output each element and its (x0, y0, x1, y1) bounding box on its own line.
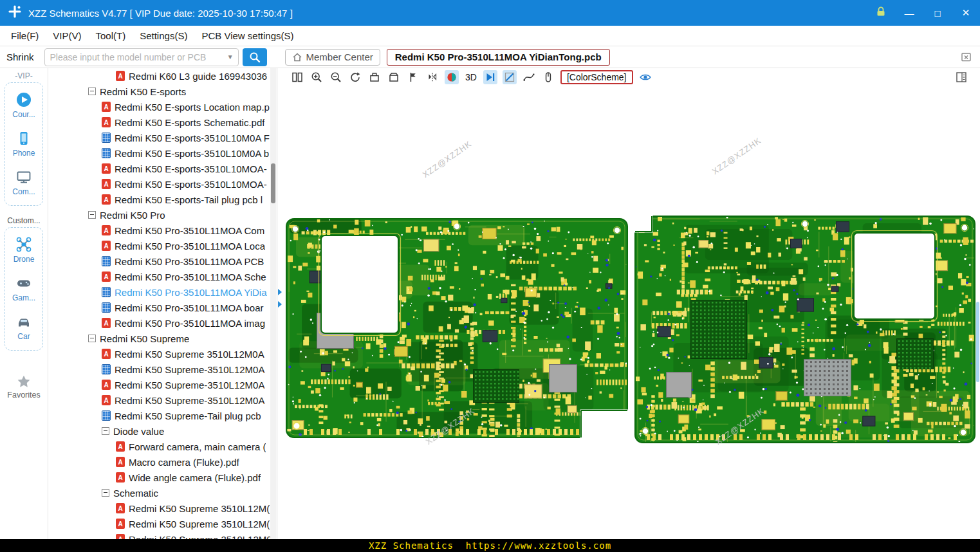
pcb-canvas-area[interactable]: XZZ@XZZHK XZZ@XZZHK XZZ@XZZHK XZZ@XZZHK (277, 86, 980, 539)
next-step-icon[interactable] (483, 70, 497, 84)
search-input[interactable] (45, 52, 227, 62)
tree-item-label: Redmi K50 E-sports Location map.p (115, 102, 270, 113)
tree-file-row[interactable]: Redmi K50 Pro-3510L11MOA YiDia (48, 284, 270, 300)
color-scheme-button[interactable]: [ColorScheme] (560, 70, 633, 84)
panel-layout-icon[interactable] (954, 70, 968, 84)
pcb-board-render[interactable] (281, 210, 976, 449)
member-center-button[interactable]: Member Center (285, 49, 380, 66)
menu-item-filef[interactable]: File(F) (4, 30, 46, 41)
collapse-minus-icon[interactable] (102, 489, 109, 497)
tree-group-row[interactable]: Redmi K50 E-sports (48, 84, 270, 99)
tree-item-label: Redmi K50 Pro-3510L11MOA YiDia (115, 287, 267, 298)
sidebar-item-computer[interactable]: Com... (12, 169, 35, 196)
tree-item-label: Redmi K50 Supreme 3510L12M( (129, 503, 270, 514)
collapse-minus-icon[interactable] (102, 427, 109, 435)
menu-item-settingss[interactable]: Settings(S) (133, 30, 194, 41)
curve-tool-icon[interactable] (522, 70, 536, 84)
tree-file-row[interactable]: ARedmi K50 Pro-3510L11MOA Loca (48, 238, 270, 253)
tree-scrollbar-thumb[interactable] (271, 163, 275, 203)
model-search-box[interactable]: ▼ (44, 48, 239, 66)
tree-group-row[interactable]: Schematic (48, 485, 270, 501)
eye-visibility-icon[interactable] (638, 70, 652, 84)
pdf-file-icon: A (102, 225, 111, 235)
tree-file-row[interactable]: Redmi K50 Pro-3510L11MOA PCB (48, 253, 270, 269)
tree-group-row[interactable]: Diode value (48, 423, 270, 439)
tree-file-row[interactable]: Redmi K50 Supreme-3510L12M0A (48, 362, 270, 377)
vip-header: -VIP- (15, 71, 32, 80)
viewer-scrollbar[interactable] (976, 302, 979, 382)
collapse-minus-icon[interactable] (88, 211, 96, 219)
tree-file-row[interactable]: ARedmi K50 Pro-3510L11MOA imag (48, 315, 270, 331)
export-box-icon[interactable] (367, 70, 382, 84)
zoom-in-icon[interactable] (310, 70, 324, 84)
diode-color-icon[interactable] (445, 70, 459, 84)
pdf-file-icon: A (102, 117, 111, 127)
status-bar: XZZ Schematics https://www.xzztools.com (0, 539, 980, 552)
tree-file-row[interactable]: AForward camera, main camera ( (48, 439, 270, 454)
menu-item-toolt[interactable]: Tool(T) (89, 30, 133, 41)
tree-file-row[interactable]: ARedmi K50 Pro-3510L11MOA Com (48, 223, 270, 238)
sidebar-item-course[interactable]: Cour... (12, 91, 35, 119)
panel-collapse-handle[interactable] (278, 289, 282, 308)
maximize-button[interactable]: □ (931, 8, 944, 19)
collapse-minus-icon[interactable] (88, 87, 96, 95)
tree-file-row[interactable]: ARedmi K50 E-sports Location map.p (48, 99, 270, 115)
tree-file-row[interactable]: Redmi K50 Pro-3510L11MOA boar (48, 300, 270, 315)
menu-item-pcbviewsettingss[interactable]: PCB View settings(S) (194, 30, 300, 41)
sidebar-item-label: Gam... (12, 293, 35, 302)
tree-file-row[interactable]: ARedmi K50 Pro-3510L11MOA Sche (48, 269, 270, 284)
close-view-icon[interactable] (960, 51, 972, 63)
tree-file-row[interactable]: Redmi K50 E-sports-3510L10M0A F (48, 130, 270, 145)
tree-group-row[interactable]: Redmi K50 Supreme (48, 331, 270, 346)
tree-file-row[interactable]: ARedmi K50 Supreme 3510L12M( (48, 516, 270, 531)
tree-file-row[interactable]: AWide angle camera (Fluke).pdf (48, 470, 270, 485)
sidebar-item-favorites[interactable]: Favorites (7, 374, 40, 400)
tree-file-row[interactable]: ARedmi K50 Supreme-3510L12M0A (48, 377, 270, 392)
tree-item-label: Redmi K50 Pro-3510L11MOA PCB (115, 256, 264, 267)
mouse-tool-icon[interactable] (541, 70, 555, 84)
tree-file-row[interactable]: ARedmi K50 Supreme-3510L12M0A (48, 392, 270, 408)
tree-file-row[interactable]: Redmi K50 Supreme-Tail plug pcb (48, 408, 270, 423)
sidebar-item-phone[interactable]: Phone (13, 130, 35, 158)
menu-item-vipv[interactable]: VIP(V) (46, 30, 88, 41)
tree-file-row[interactable]: ARedmi K50 Supreme 3510L12M( (48, 501, 270, 516)
tree-item-label: Redmi K50 E-sports (100, 86, 186, 97)
tree-file-row[interactable]: ARedmi K50 Supreme 3510L12M0A (48, 346, 270, 362)
sidebar-item-car[interactable]: Car (15, 313, 32, 341)
tree-item-label: Schematic (113, 488, 158, 499)
license-lock-icon[interactable] (874, 5, 887, 21)
tree-group-row[interactable]: Redmi K50 Pro (48, 207, 270, 223)
sidebar-item-game[interactable]: Gam... (12, 275, 35, 302)
tree-file-row[interactable]: ARedmi K60 L3 guide 169943036 (48, 68, 270, 84)
tree-file-row[interactable]: ARedmi K50 E-sports-Tail plug pcb l (48, 192, 270, 207)
tree-file-row[interactable]: ARedmi K50 E-sports-3510L10MOA- (48, 161, 270, 176)
car-icon (15, 313, 32, 330)
tree-scrollbar[interactable] (270, 68, 276, 539)
zoom-out-icon[interactable] (329, 70, 343, 84)
tree-file-row[interactable]: AMacro camera (Fluke).pdf (48, 454, 270, 470)
import-box-icon[interactable] (387, 70, 401, 84)
tree-file-row[interactable]: ARedmi K50 E-sports Schematic.pdf (48, 115, 270, 130)
minimize-button[interactable]: — (903, 8, 916, 19)
sidebar-item-drone[interactable]: Drone (14, 236, 35, 264)
refresh-icon[interactable] (348, 70, 362, 84)
diagonal-measure-icon[interactable] (503, 70, 517, 84)
mirror-flip-icon[interactable] (425, 70, 439, 84)
flag-icon[interactable] (406, 70, 420, 84)
chevron-down-icon[interactable]: ▼ (227, 53, 238, 60)
menu-bar: File(F)VIP(V)Tool(T)Settings(S)PCB View … (0, 26, 980, 46)
three-d-label[interactable]: 3D (464, 72, 478, 82)
shrink-button[interactable]: Shrink (5, 51, 35, 62)
tree-file-row[interactable]: ARedmi K50 Supreme 3510L12M0 (48, 531, 270, 539)
phone-icon (15, 130, 32, 147)
close-button[interactable]: ✕ (959, 7, 972, 19)
collapse-minus-icon[interactable] (88, 335, 96, 342)
tree-file-row[interactable]: Redmi K50 E-sports-3510L10M0A b (48, 145, 270, 161)
pdf-file-icon: A (116, 457, 125, 467)
tree-file-row[interactable]: ARedmi K50 E-sports-3510L10MOA- (48, 176, 270, 192)
active-document-tab[interactable]: Redmi K50 Pro-3510L11MOA YiDianTong.pcb (387, 49, 610, 66)
search-button[interactable] (243, 48, 267, 66)
tree-item-label: Redmi K50 E-sports-3510L10M0A b (115, 148, 269, 159)
play-circle-icon (15, 91, 32, 108)
split-view-icon[interactable] (290, 70, 304, 84)
